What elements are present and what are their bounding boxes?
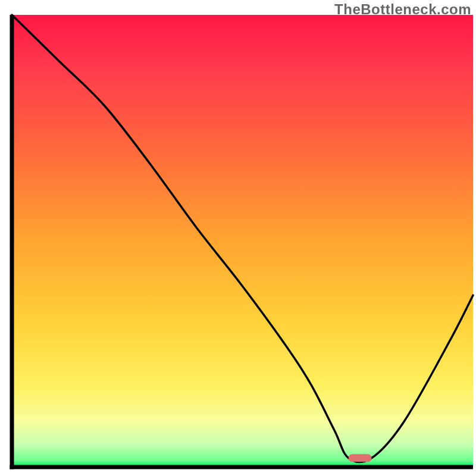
watermark-text: TheBottleneck.com xyxy=(334,1,471,18)
chart-container: TheBottleneck.com xyxy=(0,0,476,476)
bottleneck-chart xyxy=(0,0,476,476)
optimal-marker xyxy=(349,454,372,462)
